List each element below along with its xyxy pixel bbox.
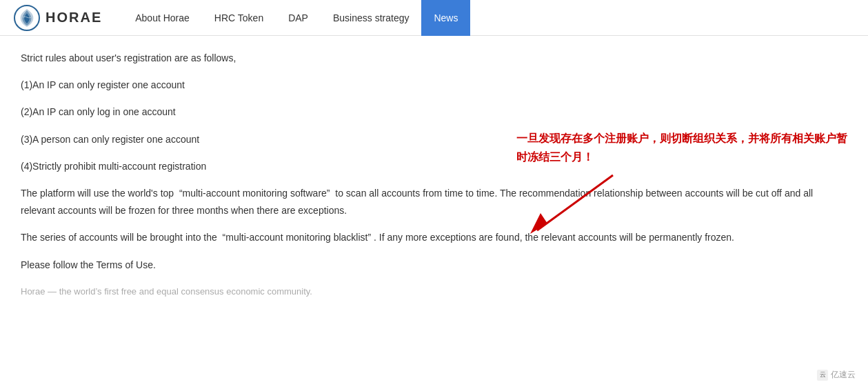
- para4-text: Horae — the world’s first free and equal…: [21, 283, 847, 299]
- nav-item-dap[interactable]: DAP: [276, 0, 321, 36]
- navbar: HORAE About Horae HRC Token DAP Business…: [0, 0, 868, 36]
- nav-item-hrc-token[interactable]: HRC Token: [202, 0, 276, 36]
- nav-link-news[interactable]: News: [421, 0, 470, 36]
- logo-text: HORAE: [46, 10, 102, 26]
- rule2-text: (2)An IP can only log in one account: [21, 103, 847, 121]
- watermark: 云 亿速云: [817, 369, 856, 381]
- callout-text: 一旦发现存在多个注册账户，则切断组织关系，并将所有相关账户暂时冻结三个月！: [516, 129, 847, 166]
- nav-item-about-horae[interactable]: About Horae: [123, 0, 202, 36]
- nav-link-hrc-token[interactable]: HRC Token: [202, 0, 276, 36]
- content-wrapper: Strict rules about user's registration a…: [21, 50, 847, 299]
- watermark-text: 亿速云: [831, 369, 856, 381]
- nav-item-business-strategy[interactable]: Business strategy: [321, 0, 422, 36]
- callout-area: 一旦发现存在多个注册账户，则切断组织关系，并将所有相关账户暂时冻结三个月！: [516, 129, 847, 243]
- watermark-icon: 云: [817, 370, 828, 381]
- main-content: Strict rules about user's registration a…: [0, 36, 868, 323]
- para3-text: Please follow the Terms of Use.: [21, 257, 847, 274]
- logo-link[interactable]: HORAE: [14, 5, 102, 31]
- nav-list: About Horae HRC Token DAP Business strat…: [123, 0, 470, 36]
- nav-link-business-strategy[interactable]: Business strategy: [321, 0, 422, 36]
- intro-text: Strict rules about user's registration a…: [21, 50, 847, 67]
- callout-arrow-icon: [516, 172, 640, 241]
- nav-item-news[interactable]: News: [421, 0, 470, 36]
- rule1-text: (1)An IP can only register one account: [21, 77, 847, 94]
- arrow-container: [516, 172, 847, 243]
- nav-link-about-horae[interactable]: About Horae: [123, 0, 202, 36]
- svg-marker-2: [530, 213, 547, 234]
- nav-link-dap[interactable]: DAP: [276, 0, 321, 36]
- svg-line-1: [537, 175, 613, 230]
- logo-icon: [14, 5, 40, 31]
